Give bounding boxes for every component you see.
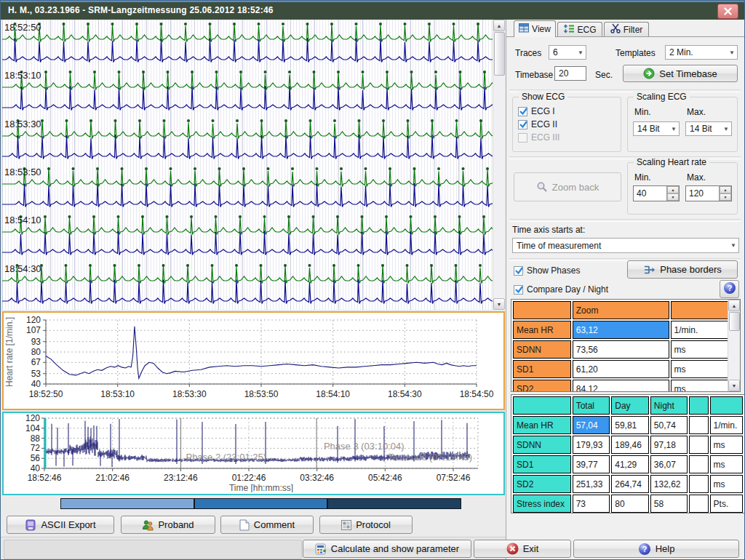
summary-table-day[interactable]: 264,74 bbox=[611, 475, 649, 493]
phase-borders-button[interactable]: Phase borders bbox=[627, 260, 738, 279]
scaling-hr-min-spinner[interactable]: 40 ▲▼ bbox=[633, 185, 680, 201]
summary-table-row-label[interactable]: SD2 bbox=[513, 475, 571, 493]
ecg-trace-row[interactable]: 18:52:50 bbox=[2, 20, 493, 68]
spin-up-icon[interactable]: ▲ bbox=[720, 186, 731, 193]
zoom-table-row-value[interactable]: 84,12 bbox=[573, 380, 669, 392]
spin-down-icon[interactable]: ▼ bbox=[720, 193, 731, 201]
title-bar[interactable]: H. M., 03.23.1966 - SRM-Langzeitmessung … bbox=[1, 2, 744, 20]
summary-table-empty[interactable] bbox=[689, 455, 708, 473]
summary-table-empty[interactable] bbox=[689, 436, 708, 454]
ecg-trace-row[interactable]: 18:53:10 bbox=[2, 68, 493, 116]
ecg-trace-row[interactable]: 18:53:30 bbox=[2, 116, 493, 164]
tab-filter[interactable]: Filter bbox=[604, 22, 649, 36]
panel-help-button[interactable]: ? bbox=[720, 280, 739, 298]
summary-table-total[interactable]: 73 bbox=[573, 495, 610, 513]
scrollbar-down-button[interactable]: ▼ bbox=[493, 298, 505, 310]
summary-table-header[interactable] bbox=[689, 396, 708, 415]
scaling-ecg-max-select[interactable]: 14 Bit ▼ bbox=[685, 121, 732, 136]
phase-bar-segment-2 bbox=[194, 498, 328, 509]
summary-table-night[interactable]: 132,62 bbox=[650, 475, 688, 493]
templates-select[interactable]: 2 Min. ▼ bbox=[665, 45, 738, 60]
scrollbar-down-button[interactable]: ▼ bbox=[728, 380, 740, 391]
ecg-trace-row[interactable]: 18:54:30 bbox=[2, 261, 493, 309]
spin-up-icon[interactable]: ▲ bbox=[667, 186, 679, 193]
summary-table-header[interactable] bbox=[710, 396, 743, 415]
comment-button[interactable]: Comment bbox=[220, 516, 314, 534]
time-axis-select[interactable]: Time of measurement ▼ bbox=[512, 238, 739, 253]
summary-table-empty[interactable] bbox=[689, 475, 708, 493]
ecg-vertical-scrollbar[interactable]: ▲ ▼ bbox=[493, 20, 505, 310]
zoom-table-header-zoom[interactable]: Zoom bbox=[573, 301, 669, 319]
summary-table-unit[interactable]: ms bbox=[710, 475, 743, 493]
summary-table-row-label[interactable]: Mean HR bbox=[513, 416, 571, 434]
summary-table-night[interactable]: 58 bbox=[650, 495, 688, 513]
summary-table-empty[interactable] bbox=[689, 416, 708, 434]
spin-down-icon[interactable]: ▼ bbox=[667, 193, 679, 201]
spinner-buttons[interactable]: ▲▼ bbox=[719, 186, 731, 201]
checkbox-ecg-2[interactable]: ECG II bbox=[518, 119, 557, 129]
zoom-table-row-label[interactable]: SD2 bbox=[513, 380, 571, 392]
summary-table-row-label[interactable]: SDNN bbox=[513, 436, 571, 454]
timebase-input[interactable]: 20 bbox=[554, 66, 586, 81]
scrollbar-up-button[interactable]: ▲ bbox=[728, 300, 740, 311]
checkbox-ecg-1[interactable]: ECG I bbox=[518, 106, 555, 116]
ascii-export-button[interactable]: ASCII Export bbox=[7, 516, 114, 534]
traces-select[interactable]: 6 ▼ bbox=[549, 45, 586, 60]
ecg-trace-panel[interactable]: 18:52:5018:53:1018:53:3018:53:5018:54:10… bbox=[2, 20, 505, 310]
proband-button[interactable]: Proband bbox=[121, 516, 215, 534]
ecg-trace-rows[interactable]: 18:52:5018:53:1018:53:3018:53:5018:54:10… bbox=[2, 20, 493, 310]
spinner-buttons[interactable]: ▲▼ bbox=[666, 186, 679, 201]
summary-table-night[interactable]: 97,18 bbox=[650, 436, 688, 454]
summary-table-unit[interactable]: ms bbox=[710, 455, 743, 473]
scrollbar-thumb[interactable] bbox=[494, 32, 505, 76]
zoom-table-header-label[interactable] bbox=[513, 301, 571, 319]
summary-table-unit[interactable]: 1/min. bbox=[710, 416, 743, 434]
button-label: Exit bbox=[523, 543, 539, 554]
zoom-table-scrollbar[interactable]: ▲ ▼ bbox=[728, 300, 740, 391]
summary-table-total[interactable]: 39,77 bbox=[573, 455, 610, 473]
zoom-table-row-label[interactable]: SDNN bbox=[513, 340, 571, 359]
scrollbar-thumb[interactable] bbox=[729, 312, 740, 331]
summary-table-empty[interactable] bbox=[689, 495, 708, 513]
zoom-table-row-value[interactable]: 63,12 bbox=[573, 321, 669, 339]
summary-table-night[interactable]: 36,07 bbox=[650, 455, 688, 473]
heart-rate-chart[interactable]: 120107938067534018:52:5018:53:1018:53:30… bbox=[2, 311, 505, 410]
ecg-row-timestamp: 18:53:10 bbox=[4, 70, 41, 81]
summary-table-day[interactable]: 41,29 bbox=[611, 455, 649, 473]
tab-view[interactable]: View bbox=[514, 20, 556, 37]
scrollbar-up-button[interactable]: ▲ bbox=[493, 20, 505, 31]
help-button[interactable]: ?Help bbox=[573, 540, 739, 558]
summary-table-total[interactable]: 251,33 bbox=[573, 475, 610, 493]
scaling-hr-max-spinner[interactable]: 120 ▲▼ bbox=[685, 185, 732, 201]
summary-table-row-label[interactable]: Stress index bbox=[513, 495, 571, 513]
summary-table-day[interactable]: 189,46 bbox=[611, 436, 649, 454]
ecg-trace-row[interactable]: 18:53:50 bbox=[2, 164, 493, 212]
calculate-and-show-parameter-button[interactable]: Calculate and show parameter bbox=[303, 540, 471, 558]
zoom-table-row-value[interactable]: 61,20 bbox=[573, 360, 669, 378]
zoom-table-row-label[interactable]: SD1 bbox=[513, 360, 571, 378]
summary-table-unit[interactable]: ms bbox=[710, 436, 743, 454]
summary-table-night[interactable]: 50,74 bbox=[650, 416, 688, 434]
set-timebase-button[interactable]: Set Timebase bbox=[623, 65, 738, 82]
exit-button[interactable]: Exit bbox=[474, 540, 571, 558]
tab-ecg[interactable]: ECG bbox=[557, 22, 602, 36]
summary-table-row-label[interactable]: SD1 bbox=[513, 455, 571, 473]
summary-table-header[interactable] bbox=[513, 396, 571, 415]
close-button[interactable] bbox=[717, 4, 738, 19]
overview-chart[interactable]: 1201048872564018:52:4621:02:4623:12:4601… bbox=[2, 412, 505, 495]
summary-table-total[interactable]: 57,04 bbox=[573, 416, 610, 434]
summary-table-total[interactable]: 179,93 bbox=[573, 436, 610, 454]
checkbox-compare-day-night[interactable]: Compare Day / Night bbox=[514, 284, 608, 295]
summary-table-header[interactable]: Total bbox=[573, 396, 610, 415]
summary-table-unit[interactable]: Pts. bbox=[710, 495, 743, 513]
summary-table-header[interactable]: Day bbox=[611, 396, 649, 415]
summary-table-header[interactable]: Night bbox=[650, 396, 688, 415]
protocol-button[interactable]: Protocol bbox=[319, 516, 413, 534]
zoom-table-row-label[interactable]: Mean HR bbox=[513, 321, 571, 339]
zoom-table-row-value[interactable]: 73,56 bbox=[573, 340, 669, 359]
summary-table-day[interactable]: 59,81 bbox=[611, 416, 649, 434]
scaling-ecg-min-select[interactable]: 14 Bit ▼ bbox=[633, 121, 680, 136]
summary-table-day[interactable]: 80 bbox=[611, 495, 649, 513]
ecg-trace-row[interactable]: 18:54:10 bbox=[2, 212, 493, 260]
checkbox-show-phases[interactable]: Show Phases bbox=[514, 265, 580, 276]
